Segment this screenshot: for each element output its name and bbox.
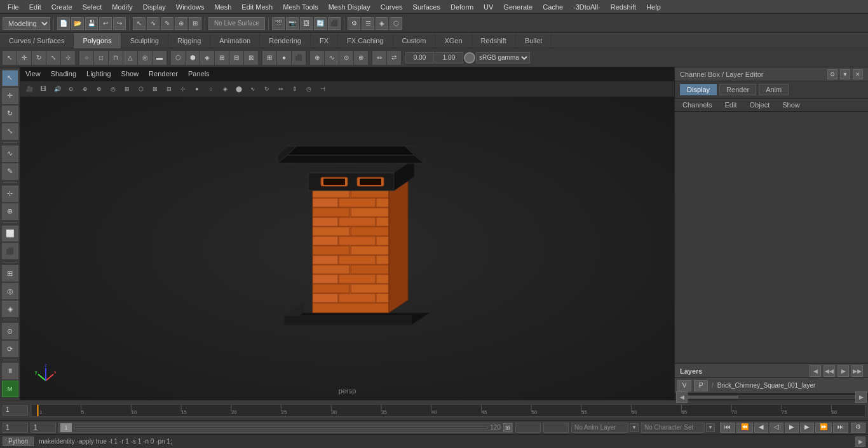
live-surface-button[interactable]: No Live Surface <box>208 17 265 30</box>
render3-icon[interactable]: 🖼 <box>300 17 313 30</box>
python-run-icon[interactable]: ▶ <box>855 437 865 447</box>
panel-settings-icon[interactable]: ⚙ <box>827 69 837 79</box>
tab-sculpting[interactable]: Sculpting <box>121 33 168 48</box>
vp-icon20[interactable]: ⇕ <box>288 83 301 95</box>
save-scene-icon[interactable]: 💾 <box>85 17 98 30</box>
texture-icon[interactable]: ⬛ <box>292 51 306 65</box>
scale-value-input[interactable] <box>435 52 463 64</box>
prev-key-btn[interactable]: ⏪ <box>736 423 753 433</box>
rotate-value-input[interactable] <box>405 52 434 64</box>
torus-icon[interactable]: ◎ <box>138 51 152 65</box>
paint-btn[interactable]: ✎ <box>2 163 18 180</box>
play-fwd-btn[interactable]: ▶ <box>785 423 799 433</box>
rotate-icon[interactable]: ↻ <box>32 51 46 65</box>
redo-icon[interactable]: ↪ <box>113 17 126 30</box>
rotate-tool-btn[interactable]: ↻ <box>2 105 18 122</box>
end-frame-input[interactable] <box>31 423 56 433</box>
menu-create[interactable]: Create <box>46 2 78 12</box>
vp-icon18[interactable]: ↻ <box>261 83 273 95</box>
color-space-icon[interactable] <box>464 52 475 64</box>
sub-tab-object[interactable]: Object <box>744 100 775 110</box>
layer-end-icon[interactable]: ▶▶ <box>851 365 863 377</box>
extrude-icon[interactable]: ⬡ <box>171 51 185 65</box>
vp-icon17[interactable]: ∿ <box>247 83 259 95</box>
misc2-icon[interactable]: ☰ <box>362 17 374 30</box>
render5-icon[interactable]: ⬛ <box>328 17 341 30</box>
prev-frame-btn[interactable]: ◀ <box>754 423 768 433</box>
menu-edit-mesh[interactable]: Edit Mesh <box>236 2 278 12</box>
tab-rendering[interactable]: Rendering <box>260 33 311 48</box>
playback-settings-btn[interactable]: ⚙ <box>851 423 865 433</box>
transform-icon[interactable]: ⊹ <box>61 51 75 65</box>
show-manipulator-btn[interactable]: ⊹ <box>2 186 18 202</box>
menu-mesh-display[interactable]: Mesh Display <box>323 2 376 12</box>
anim-layer-dropdown[interactable]: ▼ <box>630 423 639 432</box>
vp-film-icon[interactable]: 🎞 <box>37 83 50 95</box>
range-expand-icon[interactable]: ⊞ <box>503 423 512 432</box>
transform-tool-btn[interactable]: ✛ <box>2 88 18 104</box>
snap-point-icon[interactable]: ⊙ <box>339 51 353 65</box>
panel-close-icon[interactable]: ✕ <box>853 69 863 79</box>
menu-curves[interactable]: Curves <box>376 2 408 12</box>
offset-icon[interactable]: ⊠ <box>244 51 258 65</box>
render2-icon[interactable]: 📷 <box>286 17 299 30</box>
scroll-thumb[interactable] <box>688 396 738 398</box>
quad-btn[interactable]: Ⅲ <box>2 363 18 379</box>
menu-mesh[interactable]: Mesh <box>209 2 236 12</box>
vp-menu-panels[interactable]: Panels <box>188 70 210 78</box>
select-tool-icon[interactable]: ↖ <box>133 17 146 30</box>
sub-tab-edit[interactable]: Edit <box>719 100 742 110</box>
tab-fx-caching[interactable]: FX Caching <box>338 33 393 48</box>
vp-icon8[interactable]: ⊞ <box>121 83 133 95</box>
anim-layer-select[interactable]: No Anim Layer <box>571 423 628 433</box>
next-frame-btn[interactable]: ▶ <box>800 423 814 433</box>
curve-btn[interactable]: ◈ <box>2 301 18 317</box>
menu-deform[interactable]: Deform <box>445 2 478 12</box>
lasso-select-btn[interactable]: ⬛ <box>2 243 18 259</box>
vp-icon12[interactable]: ⊹ <box>177 83 189 95</box>
symmetry-icon[interactable]: ⇌ <box>387 51 401 65</box>
panel-tab-anim[interactable]: Anim <box>759 84 789 95</box>
menu-edit[interactable]: Edit <box>24 2 46 12</box>
bevel-icon[interactable]: ◈ <box>200 51 214 65</box>
vp-icon7[interactable]: ◎ <box>107 83 119 95</box>
tab-custom[interactable]: Custom <box>393 33 436 48</box>
menu-generate[interactable]: Generate <box>498 2 538 12</box>
menu-3dto[interactable]: -3DtoAll- <box>568 2 606 12</box>
misc4-icon[interactable]: ⬡ <box>390 17 402 30</box>
cone-icon[interactable]: △ <box>123 51 137 65</box>
mirror-icon[interactable]: ⇔ <box>372 51 386 65</box>
connect-icon[interactable]: ⊞ <box>215 51 229 65</box>
vp-menu-view[interactable]: View <box>25 70 41 78</box>
smooth-icon[interactable]: ● <box>277 51 291 65</box>
timeline-ruler[interactable]: 1 5 10 15 20 25 30 35 40 45 50 55 60 <box>31 404 865 417</box>
layers-scrollbar[interactable]: ◀ ▶ <box>675 393 868 400</box>
tab-fx[interactable]: FX <box>311 33 338 48</box>
mode-select[interactable]: Modeling <box>3 17 50 30</box>
new-scene-icon[interactable]: 📄 <box>57 17 70 30</box>
render-icon[interactable]: 🎬 <box>272 17 285 30</box>
sphere-icon[interactable]: ○ <box>79 51 93 65</box>
move-icon[interactable]: ✛ <box>17 51 31 65</box>
snap2-icon[interactable]: ⊞ <box>189 17 201 30</box>
select-arrow-icon[interactable]: ↖ <box>3 51 17 65</box>
layer-p-button[interactable]: P <box>694 380 708 391</box>
python-label[interactable]: Python <box>3 437 34 446</box>
vp-icon16[interactable]: ⬤ <box>233 83 245 95</box>
grid-btn[interactable]: ⊞ <box>2 265 18 282</box>
tab-polygons[interactable]: Polygons <box>74 33 121 48</box>
cube-icon[interactable]: □ <box>94 51 108 65</box>
layer-v-button[interactable]: V <box>677 380 691 391</box>
snap-btn[interactable]: ◎ <box>2 283 18 299</box>
vp-icon6[interactable]: ⊛ <box>93 83 105 95</box>
panel-tab-display[interactable]: Display <box>680 84 717 95</box>
plane-icon[interactable]: ▬ <box>153 51 166 65</box>
panel-collapse-icon[interactable]: ▼ <box>840 69 850 79</box>
go-to-end-btn[interactable]: ⏭ <box>833 423 848 433</box>
vp-menu-lighting[interactable]: Lighting <box>86 70 111 78</box>
menu-redshift[interactable]: Redshift <box>606 2 641 12</box>
sub-tab-channels[interactable]: Channels <box>677 100 717 110</box>
tab-bullet[interactable]: Bullet <box>516 33 552 48</box>
vp-cam-icon[interactable]: 🎥 <box>23 83 36 95</box>
snap-curve-icon[interactable]: ∿ <box>325 51 339 65</box>
